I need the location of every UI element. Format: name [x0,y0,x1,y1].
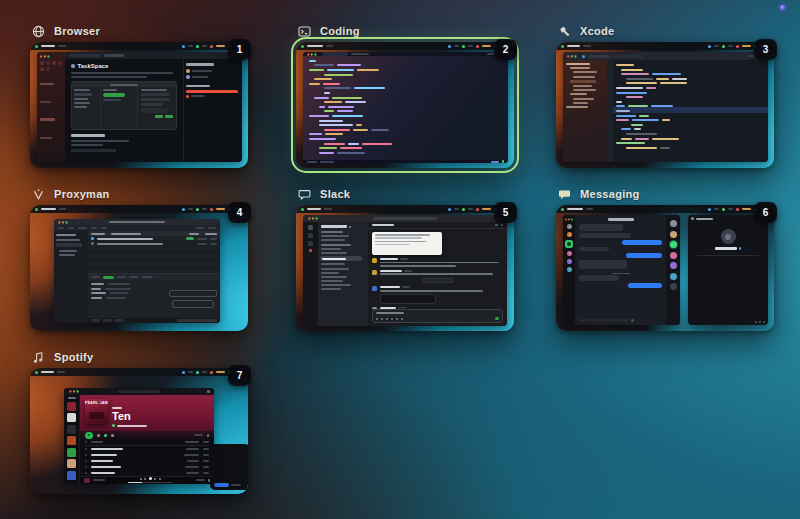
incoming-bubble [579,224,623,231]
workspace-number-badge: 6 [754,202,777,223]
workspace-browser: Browser [30,24,248,168]
readme-sidebar [183,59,242,162]
mini-menubar [556,205,774,213]
play-button [85,432,93,440]
browser-content: TaskSpace [65,52,242,162]
menu-status-dot [780,5,785,10]
slack-workspace-rail [303,222,318,326]
detail-hint-box [169,290,217,297]
album-art: PEARL JAM [85,399,108,424]
workspace-messaging: Messaging [556,187,774,331]
detail-button [172,300,214,308]
readme-article: TaskSpace [65,59,183,162]
workspace-xcode-label: Xcode [556,24,774,38]
language-bar [186,90,238,93]
spotify-library-rail [64,395,80,484]
terminal-icon [298,25,311,38]
workspace-name: Slack [320,188,350,200]
proxyman-detail-pane [88,273,220,318]
workspace-name: Spotify [54,351,93,363]
empty-rows [88,246,220,273]
slack-search-pill [373,217,437,221]
mini-menubar [556,42,774,50]
workspace-number-badge: 4 [228,202,251,223]
workspace-name: Proxyman [54,188,110,200]
white-popup [372,232,442,255]
message-input [372,309,503,323]
hammer-icon [558,25,571,38]
chat-thread [575,215,666,325]
workspace-spotify-label: Spotify [30,350,248,364]
app-rail [563,215,575,325]
mini-menubar [296,205,514,213]
workspace-thumbnail-browser[interactable]: TaskSpace [30,42,248,168]
proxyman-v-icon [32,188,45,201]
workspace-switcher-overview: { "screen": { "kind": "workspace-switche… [0,0,800,519]
code-block [380,294,436,304]
workspace-thumbnail-slack[interactable] [296,205,514,331]
workspace-thumbnail-messaging[interactable] [556,205,774,331]
slack-channel-sidebar [318,222,368,326]
workspace-name: Browser [54,25,100,37]
workspace-coding-label: Coding [296,24,514,38]
workspace-number-badge: 7 [228,365,251,386]
browser-window: TaskSpace [37,52,242,162]
mini-menubar [30,42,248,50]
workspace-number-badge: 1 [228,39,251,60]
globe-icon [32,25,45,38]
workspace-number-badge: 3 [754,39,777,60]
album-header: PEARL JAM Ten [80,395,214,431]
workspace-spotify: Spotify [30,350,248,494]
workspace-proxyman-label: Proxyman [30,187,248,201]
mini-menubar [296,42,514,50]
workspace-slack: Slack [296,187,514,331]
background-window-corner [210,444,248,490]
workspace-browser-label: Browser [30,24,248,38]
mini-menubar [30,205,248,213]
playback-controls [80,431,214,440]
workspace-slack-label: Slack [296,187,514,201]
workspace-thumbnail-proxyman[interactable] [30,205,248,331]
status-200-pill [186,237,194,240]
workspace-xcode: Xcode [556,24,774,168]
workspace-thumbnail-xcode[interactable] [556,42,774,168]
mini-menubar [30,368,248,376]
date-divider-pill [422,278,454,283]
selected-app-icon [565,240,573,248]
workspace-name: Coding [320,25,360,37]
slack-window [303,215,507,326]
workspace-number-badge: 5 [494,202,517,223]
workspace-coding: Coding [296,24,514,168]
progress-bar [128,482,172,484]
workspace-thumbnail-spotify[interactable]: PEARL JAM Ten [30,368,248,494]
selected-channel [320,256,362,261]
page-title: TaskSpace [78,63,109,69]
proxyman-window [54,219,220,323]
workspace-proxyman: Proxyman [30,187,248,331]
workspace-thumbnail-coding[interactable] [296,42,514,168]
proxyman-sidebar [54,231,88,323]
music-note-icon [32,351,45,364]
green-tab-pill [103,276,114,279]
track-list [80,440,214,476]
avatar-rail [666,215,680,325]
verified-dot [739,247,742,250]
workspace-name: Messaging [580,188,640,200]
contact-window [688,215,768,325]
code-editor-window [303,52,508,163]
workspace-messaging-label: Messaging [556,187,774,201]
iphone-simulator [296,42,300,46]
green-selected-item [103,93,125,97]
xcode-navigator [563,60,607,162]
workspace-name: Xcode [580,25,615,37]
spotify-search-pill [118,390,160,394]
chat-bubble-icon [558,188,571,201]
spotify-window: PEARL JAM Ten [64,388,214,484]
xcode-editor [607,60,768,162]
iphone-simulator [556,42,560,46]
player-bar [80,476,214,484]
xcode-window [563,52,768,162]
browser-sidebar [37,52,65,162]
contact-avatar [721,229,736,244]
speech-bubble-icon [298,188,311,201]
